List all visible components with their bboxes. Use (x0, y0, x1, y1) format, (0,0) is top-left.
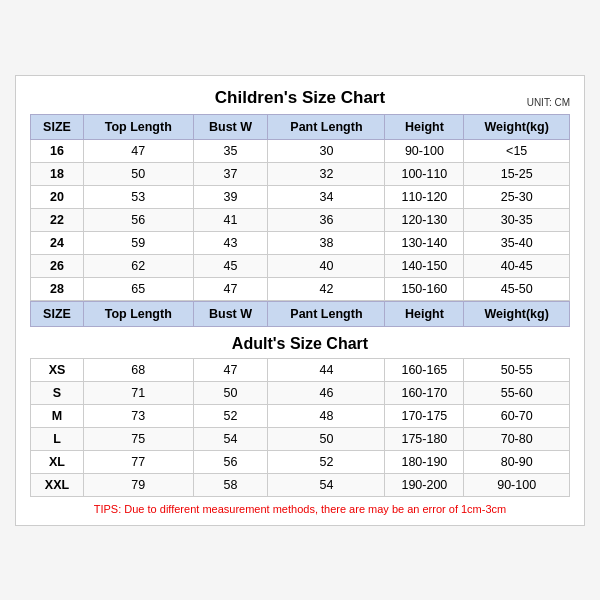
table-cell: 50 (268, 427, 385, 450)
table-cell: XL (31, 450, 84, 473)
table-cell: 43 (193, 231, 268, 254)
adults-col-weight: Weight(kg) (464, 301, 570, 326)
table-cell: 65 (83, 277, 193, 300)
table-row: S715046160-17055-60 (31, 381, 570, 404)
table-cell: 160-170 (385, 381, 464, 404)
table-cell: 71 (83, 381, 193, 404)
table-cell: 35-40 (464, 231, 570, 254)
table-cell: 56 (83, 208, 193, 231)
table-cell: 58 (193, 473, 268, 496)
adults-chart-title: Adult's Size Chart (31, 326, 570, 358)
table-cell: 46 (268, 381, 385, 404)
table-row: 22564136120-13030-35 (31, 208, 570, 231)
table-cell: <15 (464, 139, 570, 162)
table-cell: 52 (268, 450, 385, 473)
table-cell: 38 (268, 231, 385, 254)
table-cell: 110-120 (385, 185, 464, 208)
tips-text: TIPS: Due to different measurement metho… (94, 503, 506, 515)
adults-col-height: Height (385, 301, 464, 326)
table-cell: 45-50 (464, 277, 570, 300)
table-row: 24594338130-14035-40 (31, 231, 570, 254)
table-cell: 39 (193, 185, 268, 208)
adults-table: Adult's Size Chart SIZE Top Length Bust … (30, 301, 570, 497)
table-cell: 37 (193, 162, 268, 185)
table-cell: 130-140 (385, 231, 464, 254)
table-cell: 60-70 (464, 404, 570, 427)
adults-title-row: Adult's Size Chart (31, 326, 570, 358)
table-cell: 47 (193, 277, 268, 300)
table-cell: 56 (193, 450, 268, 473)
table-cell: 41 (193, 208, 268, 231)
table-cell: 120-130 (385, 208, 464, 231)
table-cell: 30 (268, 139, 385, 162)
table-cell: 75 (83, 427, 193, 450)
table-cell: 22 (31, 208, 84, 231)
table-row: 18503732100-11015-25 (31, 162, 570, 185)
table-cell: 55-60 (464, 381, 570, 404)
table-row: 28654742150-16045-50 (31, 277, 570, 300)
table-cell: 77 (83, 450, 193, 473)
table-cell: 68 (83, 358, 193, 381)
table-cell: 54 (268, 473, 385, 496)
table-cell: 45 (193, 254, 268, 277)
table-cell: L (31, 427, 84, 450)
table-cell: 44 (268, 358, 385, 381)
table-cell: 42 (268, 277, 385, 300)
children-col-size: SIZE (31, 114, 84, 139)
table-cell: 180-190 (385, 450, 464, 473)
table-cell: 90-100 (385, 139, 464, 162)
table-cell: 50 (83, 162, 193, 185)
children-col-weight: Weight(kg) (464, 114, 570, 139)
table-cell: 47 (83, 139, 193, 162)
children-col-height: Height (385, 114, 464, 139)
table-row: 1647353090-100<15 (31, 139, 570, 162)
table-row: M735248170-17560-70 (31, 404, 570, 427)
unit-label: UNIT: CM (527, 97, 570, 108)
table-cell: 25-30 (464, 185, 570, 208)
table-cell: 175-180 (385, 427, 464, 450)
children-col-pant-length: Pant Length (268, 114, 385, 139)
adults-col-pant-length: Pant Length (268, 301, 385, 326)
table-cell: 32 (268, 162, 385, 185)
table-cell: 100-110 (385, 162, 464, 185)
table-cell: 53 (83, 185, 193, 208)
table-cell: 36 (268, 208, 385, 231)
table-row: 26624540140-15040-45 (31, 254, 570, 277)
children-header-row: SIZE Top Length Bust W Pant Length Heigh… (31, 114, 570, 139)
adults-col-top-length: Top Length (83, 301, 193, 326)
table-cell: 150-160 (385, 277, 464, 300)
table-cell: 59 (83, 231, 193, 254)
table-cell: M (31, 404, 84, 427)
table-row: L755450175-18070-80 (31, 427, 570, 450)
children-col-top-length: Top Length (83, 114, 193, 139)
table-cell: 15-25 (464, 162, 570, 185)
table-cell: 70-80 (464, 427, 570, 450)
chart-container: Children's Size Chart UNIT: CM SIZE Top … (15, 75, 585, 526)
table-cell: 40 (268, 254, 385, 277)
children-title-row: Children's Size Chart UNIT: CM (30, 88, 570, 108)
adults-col-bust-w: Bust W (193, 301, 268, 326)
adults-col-size: SIZE (31, 301, 84, 326)
table-cell: 50-55 (464, 358, 570, 381)
tips-row: TIPS: Due to different measurement metho… (30, 503, 570, 515)
table-cell: 47 (193, 358, 268, 381)
table-cell: 190-200 (385, 473, 464, 496)
table-cell: 52 (193, 404, 268, 427)
table-cell: 140-150 (385, 254, 464, 277)
adults-header-row: SIZE Top Length Bust W Pant Length Heigh… (31, 301, 570, 326)
table-cell: XXL (31, 473, 84, 496)
table-cell: 50 (193, 381, 268, 404)
table-cell: 62 (83, 254, 193, 277)
table-cell: 48 (268, 404, 385, 427)
table-cell: 24 (31, 231, 84, 254)
table-cell: 170-175 (385, 404, 464, 427)
table-row: XL775652180-19080-90 (31, 450, 570, 473)
table-cell: 30-35 (464, 208, 570, 231)
table-cell: 90-100 (464, 473, 570, 496)
table-row: 20533934110-12025-30 (31, 185, 570, 208)
table-cell: 73 (83, 404, 193, 427)
table-cell: 28 (31, 277, 84, 300)
table-cell: 20 (31, 185, 84, 208)
table-cell: 26 (31, 254, 84, 277)
table-row: XXL795854190-20090-100 (31, 473, 570, 496)
